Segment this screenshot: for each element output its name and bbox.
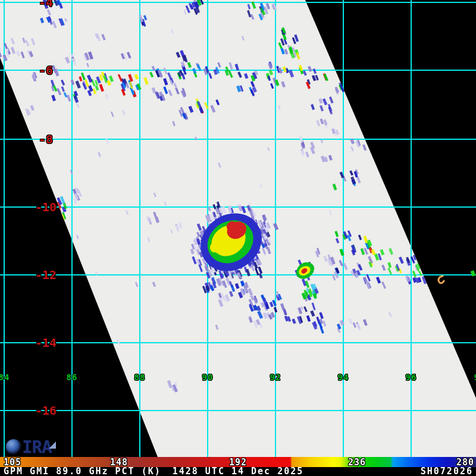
product-name-label: GPM GMI 89.0 GHz PCT (K): [4, 467, 161, 476]
timestamp-label: 1428 UTC 14 Dec 2025: [173, 467, 304, 476]
annotation-bar: GPM GMI 89.0 GHz PCT (K) 1428 UTC 14 Dec…: [0, 467, 476, 476]
cira-logo-text: IRA: [22, 439, 51, 455]
map-area: 8486889092949698-4-6-8-10-12-14-16 IRA: [0, 0, 476, 457]
lon-label-86: 86: [67, 372, 78, 382]
storm-id-label: SH072026: [421, 467, 473, 476]
lon-label-96: 96: [406, 372, 417, 382]
lon-label-90: 90: [202, 372, 214, 382]
data-artifact-mark: [436, 275, 446, 286]
lat-label--16: -16: [35, 403, 57, 418]
lon-label-84: 84: [0, 372, 10, 382]
lat-label--4: -4: [39, 0, 53, 10]
cira-globe-icon: [6, 439, 21, 455]
lon-label-92: 92: [270, 372, 281, 382]
lon-label-88: 88: [134, 372, 146, 382]
lon-label-94: 94: [338, 372, 349, 382]
lat-label--6: -6: [39, 63, 53, 77]
lat-label--12: -12: [35, 268, 57, 282]
cira-logo: IRA: [6, 437, 51, 457]
lon-label-98: 98: [474, 372, 476, 382]
precipitation-canvas: [0, 0, 476, 457]
lat-label--14: -14: [35, 336, 57, 350]
colorbar-tick-236: 236: [348, 457, 366, 468]
lat-label--10: -10: [35, 200, 57, 214]
satellite-product-viewport: 8486889092949698-4-6-8-10-12-14-16 IRA 1…: [0, 0, 476, 476]
lat-label--8: -8: [39, 132, 53, 146]
